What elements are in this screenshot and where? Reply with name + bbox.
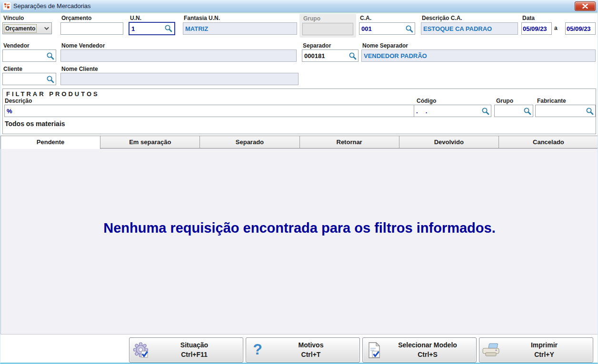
filtro-grupo-field [494,105,533,117]
orcamento-label: Orçamento [61,15,91,21]
codigo-search-icon[interactable] [481,107,489,115]
tab-em-separacao[interactable]: Em separação [100,136,200,148]
imprimir-button-text: Imprimir Ctrl+Y [502,341,586,359]
filtro-codigo-input[interactable] [414,105,491,117]
imprimir-shortcut: Ctrl+Y [534,351,554,358]
selecionar-modelo-shortcut: Ctrl+S [418,351,438,358]
separacoes-window: Separações de Mercadorias Vínculo Orçame… [0,0,598,364]
situacao-button[interactable]: Situação Ctrl+F11 [129,337,243,363]
results-panel: Nenhuma requisição encontrada para os fi… [0,148,598,334]
situacao-button-text: Situação Ctrl+F11 [152,341,236,359]
tab-pendente[interactable]: Pendente [0,136,100,149]
cliente-label: Cliente [3,66,22,72]
separador-search-icon[interactable] [349,52,357,60]
ca-search-icon[interactable] [405,25,413,33]
filtro-descricao-input[interactable] [4,105,414,117]
cliente-search-icon[interactable] [46,75,54,83]
gear-check-icon [130,342,152,358]
tab-separado[interactable]: Separado [199,136,299,148]
grupo-label: Grupo [303,15,320,22]
separador-label: Separador [303,42,331,49]
todos-materiais-text: Todos os materiais [5,120,65,128]
tab-devolvido[interactable]: Devolvido [399,136,499,148]
filtro-fabricante-label: Fabricante [537,98,566,104]
selecionar-modelo-label: Selecionar Modelo [398,341,457,349]
tab-retornar[interactable]: Retornar [299,136,399,148]
app-icon [3,2,11,10]
svg-text:?: ? [253,342,262,358]
close-icon [582,4,588,9]
document-check-icon [363,342,386,359]
vendedor-search-icon[interactable] [46,52,54,60]
tab-cancelado[interactable]: Cancelado [498,136,598,148]
motivos-label: Motivos [299,341,324,349]
nome-cliente-label: Nome Cliente [61,66,98,72]
motivos-button[interactable]: ? Motivos Ctrl+T [246,337,360,363]
situacao-shortcut: Ctrl+F11 [181,351,208,358]
filtro-descricao-label: Descrição [5,98,32,104]
filtro-grupo-label: Grupo [496,98,513,104]
filtro-fabricante-field [535,105,596,117]
question-icon: ? [246,342,269,359]
data-conjunction: a [554,25,558,31]
vendedor-field [2,49,56,62]
filtro-codigo-label: Código [417,98,436,104]
vinculo-label: Vínculo [3,15,24,21]
fabricante-search-icon[interactable] [586,107,594,115]
motivos-shortcut: Ctrl+T [301,351,321,358]
situacao-label: Situação [180,341,208,349]
close-button[interactable] [575,1,596,11]
imprimir-button[interactable]: Imprimir Ctrl+Y [479,337,593,363]
nome-vendedor-label: Nome Vendedor [61,42,105,49]
nome-separador-label: Nome Separador [362,42,408,49]
data-from-input[interactable] [521,22,552,35]
descricao-ca-label: Descrição C.A. [422,15,462,21]
motivos-button-text: Motivos Ctrl+T [269,341,353,359]
nome-vendedor-value [60,49,297,62]
empty-results-message: Nenhuma requisição encontrada para os fi… [95,219,504,236]
client-top-line [0,12,598,13]
filtrar-produtos-title: FILTRAR PRODUTOS [6,90,100,98]
fantasia-un-label: Fantasia U.N. [184,15,220,21]
separador-field [302,49,359,62]
status-tabs: Pendente Em separação Separado Retornar … [0,136,598,148]
grupo-input [302,23,353,35]
ca-field [359,22,415,35]
filtro-codigo-field [414,105,491,117]
orcamento-input[interactable] [60,22,123,35]
grupo-search-icon[interactable] [523,107,531,115]
nome-separador-value [361,49,596,62]
selecionar-modelo-button-text: Selecionar Modelo Ctrl+S [386,341,469,359]
title-bar[interactable]: Separações de Mercadorias [0,0,598,12]
imprimir-label: Imprimir [531,341,558,349]
fantasia-un-value [183,22,297,35]
data-to-input[interactable] [565,22,596,35]
un-label: U.N. [130,15,141,21]
vendedor-label: Vendedor [3,42,30,49]
nome-cliente-value [60,73,299,85]
un-field [129,22,175,35]
data-label: Data [522,15,535,21]
vinculo-select[interactable]: Orçamento [2,22,52,34]
selecionar-modelo-button[interactable]: Selecionar Modelo Ctrl+S [362,337,477,363]
descricao-ca-value [421,22,518,35]
window-title: Separações de Mercadorias [13,2,91,10]
chevron-down-icon [44,25,49,30]
vinculo-selected-value: Orçamento [4,25,36,32]
cliente-field [2,73,56,85]
un-search-icon[interactable] [164,24,172,32]
printer-icon [479,343,502,358]
ca-label: C.A. [360,15,371,21]
